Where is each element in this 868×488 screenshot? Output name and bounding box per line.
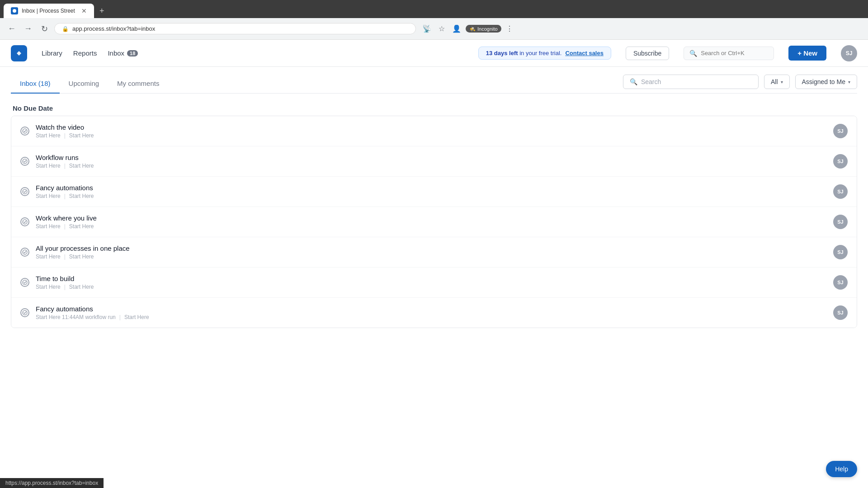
section-title: No Due Date [11,104,857,112]
svg-point-5 [23,220,27,224]
tab-title: Inbox | Process Street [22,8,78,14]
task-meta2-1: Start Here [69,163,94,169]
task-title-6: Fancy automations [36,305,827,313]
active-browser-tab[interactable]: Inbox | Process Street ✕ [4,4,94,18]
task-meta-2-0: Start Here [69,132,94,139]
back-button[interactable]: ← [5,23,18,35]
task-search-filter[interactable]: 🔍 [623,75,759,89]
inbox-tab[interactable]: Inbox (18) [11,74,60,94]
task-meta-5: Start Here | Start Here [36,284,827,290]
task-meta-1: Start Here | Start Here [36,163,827,169]
task-sep-0: | [64,132,66,139]
forward-button[interactable]: → [22,23,34,35]
task-meta1-4: Start Here [36,253,61,260]
svg-point-8 [23,310,27,315]
assigned-to-me-filter-button[interactable]: Assigned to Me ▾ [795,75,858,89]
app-header: Library Reports Inbox 18 13 days left in… [0,40,868,67]
no-due-date-section: No Due Date Watch the video Start Here |… [11,104,857,328]
profile-icon[interactable]: 👤 [449,23,464,35]
page-content: Inbox (18) Upcoming My comments 🔍 All ▾ … [0,67,868,328]
all-filter-chevron-icon: ▾ [781,80,783,84]
reload-button[interactable]: ↻ [38,23,51,35]
incognito-label: Incognito [477,26,498,32]
task-list: Watch the video Start Here | Start Here … [11,116,857,328]
app-logo[interactable] [11,45,27,61]
task-info-0: Watch the video Start Here | Start Here [36,123,827,139]
task-check-3[interactable] [20,217,29,226]
task-item-6[interactable]: Fancy automations Start Here 11:44AM wor… [11,298,857,328]
svg-point-6 [23,250,27,254]
task-meta2-2: Start Here [69,193,94,199]
task-meta1-6: Start Here 11:44AM workflow run [36,314,116,320]
task-check-2[interactable] [20,187,29,196]
browser-nav: ← → ↻ 🔒 app.process.st/inbox?tab=inbox 📡… [0,18,868,40]
task-sep-3: | [64,223,66,230]
task-title-5: Time to build [36,275,827,282]
bookmark-icon[interactable]: ☆ [436,23,448,35]
incognito-badge: 🕵 Incognito [466,25,501,33]
search-icon: 🔍 [689,50,697,57]
library-nav-link[interactable]: Library [42,47,62,59]
subscribe-button[interactable]: Subscribe [626,47,669,60]
task-avatar-3: SJ [833,215,848,229]
svg-point-0 [13,9,16,13]
task-check-5[interactable] [20,278,29,287]
task-info-6: Fancy automations Start Here 11:44AM wor… [36,305,827,320]
browser-tab-bar: Inbox | Process Street ✕ + [0,0,868,18]
task-check-4[interactable] [20,248,29,257]
assigned-to-me-label: Assigned to Me [802,78,846,85]
task-check-1[interactable] [20,157,29,166]
new-button[interactable]: + New [788,46,826,61]
task-item[interactable]: Watch the video Start Here | Start Here … [11,116,857,146]
my-comments-tab[interactable]: My comments [108,74,168,94]
task-meta-0: Start Here | Start Here [36,132,827,139]
task-item-4[interactable]: All your processes in one place Start He… [11,237,857,267]
trial-banner: 13 days left in your free trial. Contact… [478,47,611,60]
task-check-0[interactable] [20,127,29,136]
task-title-3: Work where you live [36,214,827,222]
reports-nav-link[interactable]: Reports [73,47,97,59]
task-avatar-5: SJ [833,275,848,290]
global-search-bar[interactable]: 🔍 [684,47,774,60]
tabs-bar: Inbox (18) Upcoming My comments 🔍 All ▾ … [11,67,857,94]
task-check-6[interactable] [20,308,29,317]
trial-suffix: in your free trial. [519,50,561,56]
incognito-icon: 🕵 [469,26,476,32]
address-bar[interactable]: 🔒 app.process.st/inbox?tab=inbox [54,23,416,34]
svg-point-7 [23,280,27,285]
upcoming-tab[interactable]: Upcoming [60,74,108,94]
lock-icon: 🔒 [62,26,69,32]
task-item-3[interactable]: Work where you live Start Here | Start H… [11,207,857,237]
task-meta2-4: Start Here [69,253,94,260]
task-search-input[interactable] [641,78,752,85]
nav-actions: 📡 ☆ 👤 🕵 Incognito ⋮ [420,23,516,35]
user-avatar[interactable]: SJ [841,45,857,61]
global-search-input[interactable] [701,50,764,56]
task-meta-2: Start Here | Start Here [36,193,827,199]
new-tab-button[interactable]: + [96,5,108,18]
all-filter-button[interactable]: All ▾ [764,75,790,89]
svg-point-2 [23,129,27,133]
days-left-text: 13 days left [486,50,518,56]
task-title-2: Fancy automations [36,184,827,192]
task-avatar-6: SJ [833,305,848,320]
more-options-icon[interactable]: ⋮ [503,23,516,35]
task-info-4: All your processes in one place Start He… [36,244,827,260]
tab-filters: 🔍 All ▾ Assigned to Me ▾ [623,75,857,93]
inbox-nav-link[interactable]: Inbox 18 [108,49,138,57]
task-meta1-1: Start Here [36,163,61,169]
task-meta-4: Start Here | Start Here [36,253,827,260]
task-item-2[interactable]: Fancy automations Start Here | Start Her… [11,177,857,207]
contact-sales-link[interactable]: Contact sales [565,50,604,56]
close-tab-button[interactable]: ✕ [81,8,87,14]
task-meta1-5: Start Here [36,284,61,290]
assigned-filter-chevron-icon: ▾ [848,80,850,84]
search-filter-icon: 🔍 [630,78,637,85]
url-text: app.process.st/inbox?tab=inbox [72,25,155,32]
task-avatar-1: SJ [833,154,848,169]
task-sep-6: | [119,314,121,320]
task-item-1[interactable]: Workflow runs Start Here | Start Here SJ [11,146,857,177]
task-avatar-4: SJ [833,245,848,259]
task-item-5[interactable]: Time to build Start Here | Start Here SJ [11,267,857,298]
task-sep-5: | [64,284,66,290]
